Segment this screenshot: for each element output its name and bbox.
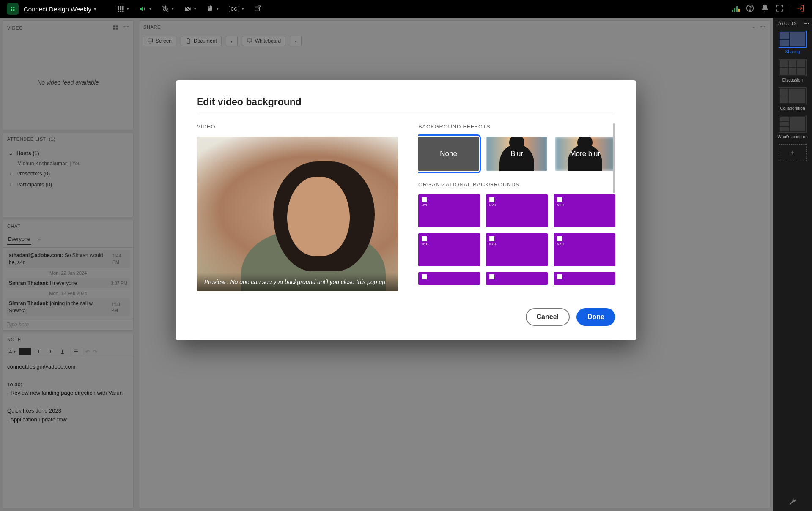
- org-bg-tile[interactable]: [418, 272, 480, 285]
- cancel-button[interactable]: Cancel: [526, 308, 570, 326]
- edit-video-background-modal: Edit video background VIDEO Preview : No…: [176, 80, 636, 340]
- bg-scrollbar[interactable]: [613, 123, 615, 193]
- video-preview: Preview : No one can see you background …: [197, 137, 398, 291]
- modal-title: Edit video background: [197, 96, 615, 108]
- done-button[interactable]: Done: [576, 308, 615, 326]
- bg-option-more-blur[interactable]: More blur: [555, 137, 615, 171]
- modal-video-label: VIDEO: [197, 123, 398, 130]
- org-bg-tile[interactable]: [486, 194, 548, 227]
- org-bg-label: ORGANIZATIONAL BACKGROUNDS: [418, 181, 615, 188]
- org-bg-tile[interactable]: [554, 233, 615, 266]
- org-bg-tile[interactable]: [486, 233, 548, 266]
- modal-overlay: Edit video background VIDEO Preview : No…: [0, 0, 812, 511]
- org-bg-tile[interactable]: [486, 272, 548, 285]
- bg-effects-label: BACKGROUND EFFECTS: [418, 123, 615, 130]
- org-bg-tile[interactable]: [554, 194, 615, 227]
- bg-option-none[interactable]: None: [418, 137, 479, 171]
- bg-option-blur[interactable]: Blur: [486, 137, 547, 171]
- preview-caption: Preview : No one can see you background …: [197, 273, 398, 291]
- org-bg-tile[interactable]: [554, 272, 615, 285]
- org-bg-tile[interactable]: [418, 233, 480, 266]
- org-bg-tile[interactable]: [418, 194, 480, 227]
